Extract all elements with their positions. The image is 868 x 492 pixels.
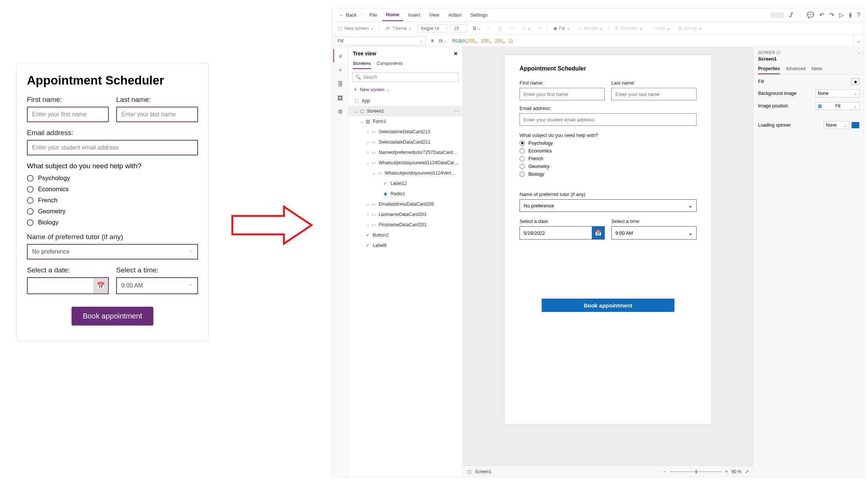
prop-bg-label: Background image bbox=[758, 91, 796, 96]
radio-circle-icon bbox=[27, 197, 34, 204]
fit-to-window-icon[interactable]: ⤢ bbox=[745, 469, 749, 474]
app-checker-icon[interactable]: ᔑ bbox=[789, 11, 793, 18]
subject-radio-group[interactable]: Psychology Economics French Geometry Bio… bbox=[520, 140, 697, 177]
formula-expand[interactable]: ⌄ bbox=[853, 35, 864, 47]
tree-node-screen1[interactable]: ⌄▢Screen1⋯ bbox=[348, 106, 462, 116]
book-appointment-button[interactable]: Book appointment bbox=[542, 299, 674, 312]
app-screen1[interactable]: Appointment Scheduler First name: Last n… bbox=[505, 55, 711, 424]
font-size-input[interactable]: 15 bbox=[451, 24, 467, 32]
subject-question: What subject do you need help with? bbox=[520, 133, 697, 138]
image-position-select[interactable]: ▦ Fit⌄ bbox=[815, 102, 860, 110]
chevron-down-icon: ⌄ bbox=[688, 203, 692, 209]
font-select[interactable]: Segoe UI bbox=[417, 24, 447, 32]
date-picker[interactable]: 5/19/2022📅 bbox=[520, 226, 605, 240]
zoom-out-button[interactable]: − bbox=[664, 469, 666, 474]
zoom-in-button[interactable]: + bbox=[725, 469, 728, 474]
tree-node-label8[interactable]: ✓Label8 bbox=[348, 240, 462, 251]
menu-action[interactable]: Action bbox=[444, 9, 465, 21]
tree-new-screen[interactable]: ＋New screen ⌄ bbox=[348, 85, 462, 96]
font-color-button: A⌄ bbox=[520, 24, 532, 32]
canvas-area[interactable]: Appointment Scheduler First name: Last n… bbox=[463, 47, 753, 477]
undo-icon[interactable]: ↶ bbox=[819, 11, 824, 18]
radio-economics[interactable]: Economics bbox=[520, 148, 697, 154]
close-icon[interactable]: ✕ bbox=[454, 51, 458, 56]
text-align-button: ≡ bbox=[537, 24, 544, 32]
time-select[interactable]: 9:00 AM⌄ bbox=[611, 226, 697, 240]
menu-view[interactable]: View bbox=[426, 9, 443, 21]
bg-image-select[interactable]: None⌄ bbox=[815, 89, 860, 97]
tree-node-selectatime[interactable]: ›▭SelectatimeDataCard213 bbox=[348, 127, 462, 137]
tree-node-form1[interactable]: ⌄▤Form1 bbox=[348, 116, 462, 127]
spinner-select[interactable]: None⌄ bbox=[823, 121, 849, 129]
property-select[interactable]: Fill⌄ bbox=[334, 37, 426, 45]
props-tab-ideas[interactable]: Ideas bbox=[812, 64, 822, 74]
email-input[interactable] bbox=[520, 113, 697, 126]
tree-view-panel: Tree view ✕ Screens Components 🔍 Search … bbox=[348, 47, 463, 477]
date-label: Select a date: bbox=[520, 219, 605, 224]
rail-advanced-tools[interactable]: ⚙ bbox=[333, 105, 347, 118]
rail-data[interactable]: 🗄 bbox=[333, 77, 347, 90]
tree-node-subject-vert[interactable]: ⌄▭Whatsubjectdoyouneed1124Vert… bbox=[348, 168, 462, 178]
menu-insert[interactable]: Insert bbox=[405, 9, 424, 21]
bold-button[interactable]: B⌄ bbox=[471, 24, 483, 32]
formula-input[interactable]: RGBA(255, 255, 255, 1) bbox=[449, 38, 853, 44]
fx-icon[interactable]: fx⌄ bbox=[437, 38, 449, 44]
help-icon[interactable]: ? bbox=[857, 12, 860, 18]
tree-node-button2[interactable]: ✓Button2 bbox=[348, 230, 462, 240]
rail-tree-view[interactable]: ≡ bbox=[333, 49, 347, 62]
mock-last-input: Enter your last name bbox=[116, 107, 198, 122]
menu-settings[interactable]: Settings bbox=[467, 9, 492, 21]
props-tab-properties[interactable]: Properties bbox=[758, 64, 780, 74]
play-icon[interactable]: ▷ bbox=[839, 11, 844, 18]
tree-node-firstname[interactable]: ›▭FirstnameDataCard201 bbox=[348, 220, 462, 230]
menu-file[interactable]: File bbox=[366, 9, 381, 21]
tree-tab-screens[interactable]: Screens bbox=[353, 59, 371, 69]
tree-node-app[interactable]: ⬚App bbox=[348, 96, 462, 106]
back-button[interactable]: ←Back bbox=[336, 12, 360, 18]
tree-tab-components[interactable]: Components bbox=[377, 59, 403, 69]
calendar-icon[interactable]: 📅 bbox=[592, 227, 604, 239]
comments-icon[interactable]: 💬 bbox=[807, 11, 814, 18]
radio-french[interactable]: French bbox=[520, 156, 697, 161]
tutor-select[interactable]: No preference⌄ bbox=[520, 199, 697, 212]
ribbon-toolbar: ▢ New screen ⌄ Aᵃ Theme ⌄ Segoe UI 15 B⌄… bbox=[332, 22, 864, 35]
redo-icon[interactable]: ↷ bbox=[829, 11, 834, 18]
last-name-label: Last name: bbox=[611, 80, 697, 86]
fill-button[interactable]: ◆ Fill ⌄ bbox=[551, 24, 572, 32]
new-screen-button[interactable]: ▢ New screen ⌄ bbox=[336, 24, 376, 32]
tree-node-subject-card[interactable]: ⌄▭Whatsubjectdoyouneed1124DataCar… bbox=[348, 158, 462, 168]
rail-media[interactable]: 🖼 bbox=[333, 91, 347, 104]
info-icon[interactable]: ⓘ bbox=[776, 50, 780, 55]
tree-node-email[interactable]: ›▭EmailaddressDataCard205 bbox=[348, 199, 462, 209]
theme-button[interactable]: Aᵃ Theme ⌄ bbox=[383, 24, 414, 32]
tree-node-radio1[interactable]: ◉Radio1 bbox=[348, 189, 462, 199]
prop-fill-label: Fill bbox=[758, 79, 764, 84]
group-button: ⊞ Group ⌄ bbox=[676, 24, 704, 32]
mock-date-input: 📅 bbox=[27, 277, 109, 294]
menu-bar: ←Back File Home Insert View Action Setti… bbox=[332, 8, 864, 22]
radio-icon bbox=[520, 148, 525, 154]
share-icon[interactable]: ᚕ bbox=[849, 11, 852, 18]
transition-arrow bbox=[229, 203, 313, 249]
more-icon[interactable]: ⋯ bbox=[454, 108, 459, 114]
underline-button: U bbox=[496, 24, 504, 32]
tree-node-selectadate[interactable]: ›▭SelectadateDataCard211 bbox=[348, 137, 462, 147]
menu-home[interactable]: Home bbox=[382, 9, 403, 21]
last-name-input[interactable] bbox=[611, 88, 697, 100]
first-name-input[interactable] bbox=[520, 88, 605, 100]
radio-biology[interactable]: Biology bbox=[520, 171, 697, 177]
tree-node-tutor[interactable]: ›▭Nameofpreferredtutor7257DataCard… bbox=[348, 147, 462, 158]
fill-color-button[interactable]: ◆ bbox=[851, 78, 860, 85]
tree-node-lastname[interactable]: ›▭LastnameDataCard203 bbox=[348, 209, 462, 220]
tree-node-label12[interactable]: ✓Label12 bbox=[348, 178, 462, 189]
radio-psychology[interactable]: Psychology bbox=[520, 140, 697, 146]
rail-insert[interactable]: ＋ bbox=[333, 63, 347, 76]
mock-date-label: Select a date: bbox=[27, 266, 109, 274]
spinner-color-swatch[interactable] bbox=[851, 122, 860, 128]
props-tab-advanced[interactable]: Advanced bbox=[786, 64, 805, 74]
radio-geometry[interactable]: Geometry bbox=[520, 164, 697, 169]
tree-search-input[interactable]: 🔍 Search bbox=[352, 72, 459, 82]
zoom-slider[interactable] bbox=[670, 471, 722, 472]
chevron-right-icon[interactable]: › bbox=[858, 51, 860, 55]
radio-icon bbox=[520, 141, 525, 146]
